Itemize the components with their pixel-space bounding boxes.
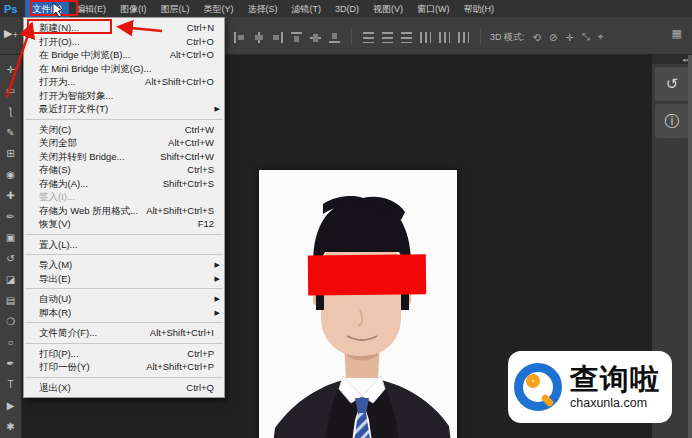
watermark-url: chaxunla.com (570, 397, 660, 410)
clone-stamp-tool[interactable]: ▣ (1, 227, 21, 248)
menu-item-label: 导入(M) (39, 258, 72, 272)
menu-item-label: 文件简介(F)... (39, 326, 97, 340)
3d-rotate-icon[interactable]: ⟲ (533, 32, 541, 43)
distribute-top-edges-icon[interactable] (363, 32, 374, 43)
menu-item-print[interactable]: 打印(P)...Ctrl+P (24, 347, 224, 361)
menu-help[interactable]: 帮助(H) (456, 0, 501, 17)
menu-item-save-as[interactable]: 存储为(A)...Shift+Ctrl+S (24, 177, 224, 191)
menu-layer[interactable]: 图层(L) (153, 0, 196, 17)
type-tool[interactable]: T (1, 374, 21, 395)
menu-item-label: 打开为... (39, 75, 75, 89)
menu-item-label: 打开(O)... (39, 35, 80, 49)
blur-tool[interactable]: ❍ (1, 311, 21, 332)
menu-item-label: 存储为(A)... (39, 177, 88, 191)
menu-item-label: 最近打开文件(T) (39, 102, 108, 116)
menu-item-file-info[interactable]: 文件简介(F)...Alt+Shift+Ctrl+I (24, 326, 224, 340)
marquee-tool[interactable]: ▭ (1, 80, 21, 101)
path-selection-tool[interactable]: ▶ (1, 395, 21, 416)
menu-item-close-all[interactable]: 关闭全部Alt+Ctrl+W (24, 136, 224, 150)
quick-selection-tool[interactable]: ✎ (1, 122, 21, 143)
eyedropper-tool[interactable]: ◉ (1, 164, 21, 185)
menu-item-exit[interactable]: 退出(X)Ctrl+Q (24, 381, 224, 395)
menu-item-place[interactable]: 置入(L)... (24, 238, 224, 252)
menu-item-print-one-copy[interactable]: 打印一份(Y)Alt+Shift+Ctrl+P (24, 360, 224, 374)
submenu-arrow-icon: ▶ (215, 306, 220, 320)
3d-slide-icon[interactable]: ⤡ (582, 31, 590, 43)
menu-image[interactable]: 图像(I) (113, 0, 154, 17)
menu-item-new[interactable]: 新建(N)...Ctrl+N (24, 21, 224, 35)
collapse-panels-icon[interactable]: ◂◂ (652, 55, 692, 64)
history-panel-icon[interactable]: ↺ (655, 67, 689, 101)
menu-select[interactable]: 选择(S) (240, 0, 284, 17)
distribute-bottom-edges-icon[interactable] (401, 32, 412, 43)
eraser-tool[interactable]: ◪ (1, 269, 21, 290)
menu-separator (25, 119, 223, 120)
crop-tool[interactable]: ⊞ (1, 143, 21, 164)
menu-separator (25, 234, 223, 235)
align-bottom-edges-icon[interactable] (329, 32, 340, 43)
align-horizontal-centers-icon[interactable] (253, 32, 264, 43)
history-brush-tool[interactable]: ↺ (1, 248, 21, 269)
brush-tool[interactable]: ✏ (1, 206, 21, 227)
submenu-arrow-icon: ▶ (215, 102, 220, 116)
move-tool-icon[interactable]: ▶₊ (4, 27, 18, 40)
menu-item-label: 关闭并转到 Bridge... (39, 150, 125, 164)
menu-item-label: 签入(I)... (39, 190, 75, 204)
menu-item-shortcut: Ctrl+W (185, 123, 214, 137)
distribute-horizontal-centers-icon[interactable] (439, 32, 450, 43)
menu-item-shortcut: Alt+Shift+Ctrl+I (150, 326, 214, 340)
menu-item-open[interactable]: 打开(O)...Ctrl+O (24, 35, 224, 49)
alignment-controls: 3D 模式: ⟲ ⊘ ✛ ⤡ ⌖ (230, 29, 607, 45)
menu-item-shortcut: Alt+Ctrl+W (168, 136, 214, 150)
pen-tool[interactable]: ✒ (1, 353, 21, 374)
menu-item-label: 导出(E) (39, 272, 71, 286)
dodge-tool[interactable]: ○ (1, 332, 21, 353)
menu-view[interactable]: 视图(V) (366, 0, 410, 17)
menu-item-scripts[interactable]: 脚本(R)▶ (24, 306, 224, 320)
menu-type[interactable]: 类型(Y) (196, 0, 240, 17)
3d-scale-icon[interactable]: ⌖ (598, 31, 604, 43)
menu-item-browse-in-bridge[interactable]: 在 Bridge 中浏览(B)...Alt+Ctrl+O (24, 48, 224, 62)
menu-item-label: 关闭全部 (39, 136, 77, 150)
move-tool[interactable]: ✛ (1, 59, 21, 80)
align-top-edges-icon[interactable] (291, 32, 302, 43)
healing-brush-tool[interactable]: ✚ (1, 185, 21, 206)
align-right-edges-icon[interactable] (272, 32, 283, 43)
menu-item-save-for-web[interactable]: 存储为 Web 所用格式...Alt+Shift+Ctrl+S (24, 204, 224, 218)
3d-roll-icon[interactable]: ⊘ (549, 32, 557, 43)
menu-filter[interactable]: 滤镜(T) (284, 0, 328, 17)
menu-item-automate[interactable]: 自动(U)▶ (24, 292, 224, 306)
menu-item-browse-in-mini-bridge[interactable]: 在 Mini Bridge 中浏览(G)... (24, 62, 224, 76)
menu-item-close-and-go-to-bridge[interactable]: 关闭并转到 Bridge...Shift+Ctrl+W (24, 150, 224, 164)
3d-pan-icon[interactable]: ✛ (565, 32, 573, 43)
distribute-left-edges-icon[interactable] (420, 32, 431, 43)
menu-item-open-as-smart-object[interactable]: 打开为智能对象... (24, 89, 224, 103)
menu-3d[interactable]: 3D(D) (328, 0, 366, 17)
menu-window[interactable]: 窗口(W) (410, 0, 457, 17)
menu-item-import[interactable]: 导入(M)▶ (24, 258, 224, 272)
hand-tool[interactable]: ✱ (1, 416, 21, 437)
distribute-vertical-centers-icon[interactable] (382, 32, 393, 43)
distribute-right-edges-icon[interactable] (458, 32, 469, 43)
menu-item-shortcut: Shift+Ctrl+W (160, 150, 214, 164)
menu-item-revert[interactable]: 恢复(V)F12 (24, 217, 224, 231)
menu-item-export[interactable]: 导出(E)▶ (24, 272, 224, 286)
workspace-switcher-icon[interactable]: ▦ (672, 27, 682, 40)
menu-file[interactable]: 文件(F) (25, 0, 69, 17)
menu-edit[interactable]: 编辑(E) (69, 0, 113, 17)
3d-mode-label: 3D 模式: (490, 31, 525, 44)
align-vertical-centers-icon[interactable] (310, 32, 321, 43)
menu-item-open-as[interactable]: 打开为...Alt+Shift+Ctrl+O (24, 75, 224, 89)
menu-item-close[interactable]: 关闭(C)Ctrl+W (24, 123, 224, 137)
watermark: 查询啦 chaxunla.com (508, 351, 672, 423)
menu-item-label: 打开为智能对象... (39, 89, 113, 103)
align-left-edges-icon[interactable] (234, 32, 245, 43)
menu-item-save[interactable]: 存储(S)Ctrl+S (24, 163, 224, 177)
menu-item-open-recent[interactable]: 最近打开文件(T)▶ (24, 102, 224, 116)
menu-item-shortcut: Ctrl+O (186, 35, 214, 49)
options-separator (351, 29, 352, 45)
gradient-tool[interactable]: ▤ (1, 290, 21, 311)
lasso-tool[interactable]: ƪ (1, 101, 21, 122)
menu-item-shortcut: Alt+Shift+Ctrl+O (145, 75, 214, 89)
info-panel-icon[interactable]: ⓘ (655, 104, 689, 138)
